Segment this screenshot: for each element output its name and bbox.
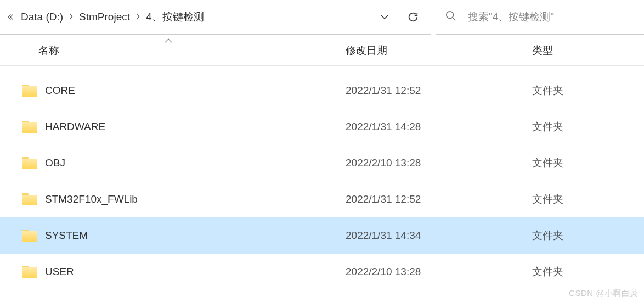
column-header-modified[interactable]: 修改日期 — [346, 43, 532, 58]
top-bar: Data (D:) StmProject 4、按键检测 搜索"4、按键检测" — [0, 0, 644, 35]
breadcrumb: Data (D:) StmProject 4、按键检测 — [18, 8, 369, 26]
svg-point-0 — [447, 11, 454, 18]
file-name: USER — [45, 266, 346, 278]
file-name: OBJ — [45, 157, 346, 169]
file-name: CORE — [45, 85, 346, 97]
folder-icon — [22, 157, 37, 169]
file-row[interactable]: CORE2022/1/31 12:52文件夹 — [0, 72, 644, 109]
file-type: 文件夹 — [532, 83, 639, 98]
file-row[interactable]: OBJ2022/2/10 13:28文件夹 — [0, 145, 644, 181]
file-row[interactable]: SYSTEM2022/1/31 14:34文件夹 — [0, 217, 644, 254]
search-icon — [445, 10, 457, 25]
svg-line-1 — [453, 17, 456, 20]
file-type: 文件夹 — [532, 120, 639, 134]
history-back-icon[interactable] — [4, 12, 15, 23]
recent-locations-button[interactable] — [371, 0, 398, 34]
file-type: 文件夹 — [532, 156, 639, 170]
column-headers: 名称 修改日期 类型 — [0, 35, 644, 66]
breadcrumb-item-current[interactable]: 4、按键检测 — [145, 8, 205, 26]
breadcrumb-item-project[interactable]: StmProject — [78, 9, 131, 25]
refresh-button[interactable] — [400, 0, 426, 34]
folder-icon — [22, 193, 37, 205]
file-type: 文件夹 — [532, 265, 639, 279]
file-name: STM32F10x_FWLib — [45, 193, 346, 205]
file-type: 文件夹 — [532, 192, 639, 206]
watermark: CSDN @小啊白菜 — [569, 288, 639, 299]
file-modified: 2022/1/31 14:28 — [346, 121, 532, 133]
file-name: SYSTEM — [45, 230, 346, 242]
breadcrumb-item-drive[interactable]: Data (D:) — [20, 9, 64, 25]
folder-icon — [22, 230, 37, 242]
sort-ascending-icon — [165, 36, 172, 44]
folder-icon — [22, 121, 37, 133]
file-row[interactable]: HARDWARE2022/1/31 14:28文件夹 — [0, 109, 644, 145]
folder-icon — [22, 266, 37, 278]
file-list: CORE2022/1/31 12:52文件夹HARDWARE2022/1/31 … — [0, 66, 644, 290]
file-row[interactable]: USER2022/2/10 13:28文件夹 — [0, 254, 644, 290]
search-box[interactable]: 搜索"4、按键检测" — [436, 0, 644, 35]
file-modified: 2022/2/10 13:28 — [346, 266, 532, 278]
chevron-right-icon — [134, 13, 142, 21]
file-modified: 2022/1/31 14:34 — [346, 230, 532, 242]
file-type: 文件夹 — [532, 228, 639, 243]
file-modified: 2022/1/31 12:52 — [346, 193, 532, 205]
file-row[interactable]: STM32F10x_FWLib2022/1/31 12:52文件夹 — [0, 181, 644, 217]
column-header-name[interactable]: 名称 — [38, 43, 346, 58]
column-header-type[interactable]: 类型 — [532, 43, 644, 58]
folder-icon — [22, 85, 37, 97]
search-placeholder: 搜索"4、按键检测" — [468, 10, 554, 24]
chevron-right-icon — [67, 13, 75, 21]
file-name: HARDWARE — [45, 121, 346, 133]
file-modified: 2022/2/10 13:28 — [346, 157, 532, 169]
file-modified: 2022/1/31 12:52 — [346, 85, 532, 97]
address-bar[interactable]: Data (D:) StmProject 4、按键检测 — [0, 0, 431, 35]
